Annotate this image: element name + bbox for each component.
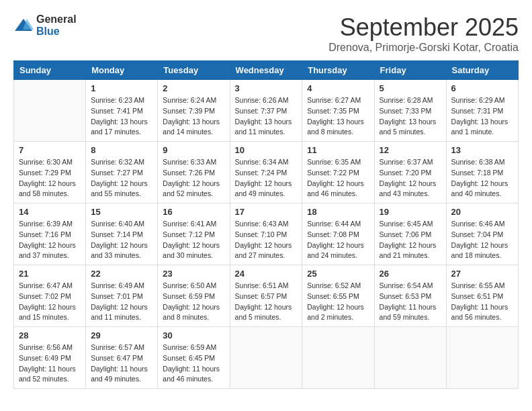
page-header: General Blue September 2025 Drenova, Pri… xyxy=(13,13,519,54)
calendar-cell: 11Sunrise: 6:35 AM Sunset: 7:22 PM Dayli… xyxy=(302,142,374,203)
calendar-cell: 17Sunrise: 6:43 AM Sunset: 7:10 PM Dayli… xyxy=(230,203,302,265)
calendar-header-wednesday: Wednesday xyxy=(230,61,302,80)
day-info: Sunrise: 6:45 AM Sunset: 7:06 PM Dayligh… xyxy=(380,219,441,261)
calendar-cell xyxy=(374,327,446,389)
day-info: Sunrise: 6:26 AM Sunset: 7:37 PM Dayligh… xyxy=(235,95,298,138)
calendar-cell: 14Sunrise: 6:39 AM Sunset: 7:16 PM Dayli… xyxy=(14,203,86,265)
day-info: Sunrise: 6:44 AM Sunset: 7:08 PM Dayligh… xyxy=(307,219,369,261)
day-info: Sunrise: 6:51 AM Sunset: 6:57 PM Dayligh… xyxy=(235,281,298,323)
calendar-cell xyxy=(446,327,518,389)
calendar-cell: 21Sunrise: 6:47 AM Sunset: 7:02 PM Dayli… xyxy=(14,265,86,327)
calendar-header-saturday: Saturday xyxy=(446,61,518,80)
calendar-cell: 18Sunrise: 6:44 AM Sunset: 7:08 PM Dayli… xyxy=(302,203,374,265)
calendar-cell: 13Sunrise: 6:38 AM Sunset: 7:18 PM Dayli… xyxy=(446,142,518,203)
calendar-header-sunday: Sunday xyxy=(14,61,86,80)
day-number: 21 xyxy=(19,269,81,279)
calendar-header-friday: Friday xyxy=(374,61,446,80)
calendar-cell: 24Sunrise: 6:51 AM Sunset: 6:57 PM Dayli… xyxy=(230,265,302,327)
day-number: 25 xyxy=(307,269,369,279)
day-info: Sunrise: 6:30 AM Sunset: 7:29 PM Dayligh… xyxy=(19,157,81,199)
logo-general: General xyxy=(36,13,77,25)
calendar-week-row: 14Sunrise: 6:39 AM Sunset: 7:16 PM Dayli… xyxy=(14,203,519,265)
day-number: 23 xyxy=(163,269,224,279)
day-number: 19 xyxy=(380,207,441,217)
day-number: 5 xyxy=(380,83,441,93)
calendar-cell: 25Sunrise: 6:52 AM Sunset: 6:55 PM Dayli… xyxy=(302,265,374,327)
calendar-week-row: 21Sunrise: 6:47 AM Sunset: 7:02 PM Dayli… xyxy=(14,265,519,327)
day-number: 27 xyxy=(451,269,513,279)
calendar-table: SundayMondayTuesdayWednesdayThursdayFrid… xyxy=(13,60,519,389)
day-info: Sunrise: 6:33 AM Sunset: 7:26 PM Dayligh… xyxy=(163,157,224,199)
location-title: Drenova, Primorje-Gorski Kotar, Croatia xyxy=(328,42,519,54)
day-info: Sunrise: 6:43 AM Sunset: 7:10 PM Dayligh… xyxy=(235,219,298,261)
day-info: Sunrise: 6:49 AM Sunset: 7:01 PM Dayligh… xyxy=(91,281,152,323)
day-number: 16 xyxy=(163,207,224,217)
day-info: Sunrise: 6:52 AM Sunset: 6:55 PM Dayligh… xyxy=(307,281,369,323)
day-info: Sunrise: 6:28 AM Sunset: 7:33 PM Dayligh… xyxy=(380,95,441,138)
day-info: Sunrise: 6:27 AM Sunset: 7:35 PM Dayligh… xyxy=(307,95,369,138)
day-number: 4 xyxy=(307,83,369,93)
calendar-cell: 12Sunrise: 6:37 AM Sunset: 7:20 PM Dayli… xyxy=(374,142,446,203)
calendar-cell: 27Sunrise: 6:55 AM Sunset: 6:51 PM Dayli… xyxy=(446,265,518,327)
calendar-cell: 7Sunrise: 6:30 AM Sunset: 7:29 PM Daylig… xyxy=(14,142,86,203)
day-info: Sunrise: 6:24 AM Sunset: 7:39 PM Dayligh… xyxy=(163,95,224,138)
day-number: 18 xyxy=(307,207,369,217)
calendar-cell: 10Sunrise: 6:34 AM Sunset: 7:24 PM Dayli… xyxy=(230,142,302,203)
day-info: Sunrise: 6:32 AM Sunset: 7:27 PM Dayligh… xyxy=(91,157,152,199)
month-title: September 2025 xyxy=(328,13,519,42)
calendar-cell: 9Sunrise: 6:33 AM Sunset: 7:26 PM Daylig… xyxy=(158,142,230,203)
day-number: 29 xyxy=(91,330,152,340)
day-number: 15 xyxy=(91,207,152,217)
day-info: Sunrise: 6:38 AM Sunset: 7:18 PM Dayligh… xyxy=(451,157,513,199)
day-number: 11 xyxy=(307,145,369,155)
calendar-cell: 23Sunrise: 6:50 AM Sunset: 6:59 PM Dayli… xyxy=(158,265,230,327)
calendar-cell: 26Sunrise: 6:54 AM Sunset: 6:53 PM Dayli… xyxy=(374,265,446,327)
calendar-cell: 20Sunrise: 6:46 AM Sunset: 7:04 PM Dayli… xyxy=(446,203,518,265)
calendar-cell: 22Sunrise: 6:49 AM Sunset: 7:01 PM Dayli… xyxy=(86,265,158,327)
calendar-cell xyxy=(230,327,302,389)
calendar-cell: 19Sunrise: 6:45 AM Sunset: 7:06 PM Dayli… xyxy=(374,203,446,265)
day-number: 3 xyxy=(235,83,298,93)
day-info: Sunrise: 6:55 AM Sunset: 6:51 PM Dayligh… xyxy=(451,281,513,323)
day-number: 26 xyxy=(380,269,441,279)
calendar-cell: 28Sunrise: 6:56 AM Sunset: 6:49 PM Dayli… xyxy=(14,327,86,389)
day-number: 8 xyxy=(91,145,152,155)
day-number: 17 xyxy=(235,207,298,217)
calendar-header-monday: Monday xyxy=(86,61,158,80)
calendar-cell: 2Sunrise: 6:24 AM Sunset: 7:39 PM Daylig… xyxy=(158,80,230,142)
day-info: Sunrise: 6:50 AM Sunset: 6:59 PM Dayligh… xyxy=(163,281,224,323)
calendar-week-row: 28Sunrise: 6:56 AM Sunset: 6:49 PM Dayli… xyxy=(14,327,519,389)
day-info: Sunrise: 6:35 AM Sunset: 7:22 PM Dayligh… xyxy=(307,157,369,199)
day-number: 6 xyxy=(451,83,513,93)
day-info: Sunrise: 6:37 AM Sunset: 7:20 PM Dayligh… xyxy=(380,157,441,199)
day-number: 24 xyxy=(235,269,298,279)
day-number: 2 xyxy=(163,83,224,93)
day-number: 28 xyxy=(19,330,81,340)
calendar-cell: 30Sunrise: 6:59 AM Sunset: 6:45 PM Dayli… xyxy=(158,327,230,389)
calendar-cell xyxy=(302,327,374,389)
calendar-cell: 8Sunrise: 6:32 AM Sunset: 7:27 PM Daylig… xyxy=(86,142,158,203)
calendar-cell: 29Sunrise: 6:57 AM Sunset: 6:47 PM Dayli… xyxy=(86,327,158,389)
calendar-week-row: 7Sunrise: 6:30 AM Sunset: 7:29 PM Daylig… xyxy=(14,142,519,203)
calendar-header-row: SundayMondayTuesdayWednesdayThursdayFrid… xyxy=(14,61,519,80)
calendar-cell: 1Sunrise: 6:23 AM Sunset: 7:41 PM Daylig… xyxy=(86,80,158,142)
day-info: Sunrise: 6:46 AM Sunset: 7:04 PM Dayligh… xyxy=(451,219,513,261)
calendar-cell: 15Sunrise: 6:40 AM Sunset: 7:14 PM Dayli… xyxy=(86,203,158,265)
calendar-cell: 6Sunrise: 6:29 AM Sunset: 7:31 PM Daylig… xyxy=(446,80,518,142)
day-number: 14 xyxy=(19,207,81,217)
calendar-week-row: 1Sunrise: 6:23 AM Sunset: 7:41 PM Daylig… xyxy=(14,80,519,142)
calendar-cell: 16Sunrise: 6:41 AM Sunset: 7:12 PM Dayli… xyxy=(158,203,230,265)
day-info: Sunrise: 6:57 AM Sunset: 6:47 PM Dayligh… xyxy=(91,342,152,385)
logo: General Blue xyxy=(13,13,77,38)
day-info: Sunrise: 6:40 AM Sunset: 7:14 PM Dayligh… xyxy=(91,219,152,261)
day-number: 20 xyxy=(451,207,513,217)
day-info: Sunrise: 6:29 AM Sunset: 7:31 PM Dayligh… xyxy=(451,95,513,138)
day-number: 22 xyxy=(91,269,152,279)
day-number: 13 xyxy=(451,145,513,155)
day-number: 12 xyxy=(380,145,441,155)
day-number: 1 xyxy=(91,83,152,93)
calendar-cell: 5Sunrise: 6:28 AM Sunset: 7:33 PM Daylig… xyxy=(374,80,446,142)
title-block: September 2025 Drenova, Primorje-Gorski … xyxy=(328,13,519,54)
day-info: Sunrise: 6:47 AM Sunset: 7:02 PM Dayligh… xyxy=(19,281,81,323)
day-info: Sunrise: 6:54 AM Sunset: 6:53 PM Dayligh… xyxy=(380,281,441,323)
